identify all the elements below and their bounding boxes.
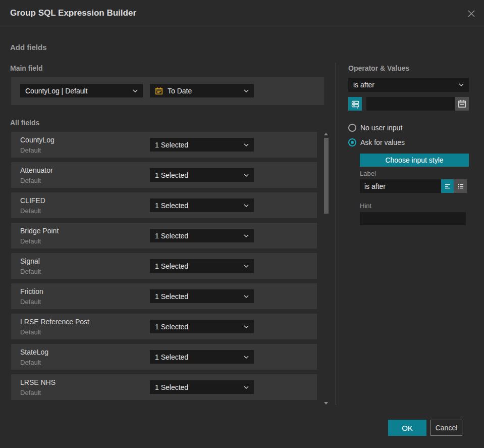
label-caption: Label [360, 170, 376, 177]
chevron-down-icon [244, 265, 249, 268]
field-subtitle: Default [20, 328, 41, 336]
field-name: LRSE Reference Post [20, 318, 89, 326]
align-left-input-style-button[interactable] [441, 179, 454, 193]
operator-values-heading: Operator & Values [348, 64, 409, 72]
group-sql-expression-builder-dialog: Group SQL Expression Builder Add fields … [0, 0, 484, 448]
field-selection-dropdown[interactable]: 1 Selected [150, 198, 254, 212]
radio-circle-icon [348, 138, 356, 146]
field-selection-dropdown[interactable]: 1 Selected [150, 380, 254, 394]
field-row: Bridge Point Default 1 Selected [11, 223, 317, 248]
field-row: Signal Default 1 Selected [11, 253, 317, 279]
main-field-heading: Main field [10, 64, 43, 72]
radio-label: Ask for values [360, 138, 405, 146]
field-selection-dropdown[interactable]: 1 Selected [150, 229, 254, 242]
unique-values-button[interactable] [348, 97, 362, 111]
field-name: Attenuator [20, 166, 53, 174]
radio-circle-icon [348, 124, 356, 132]
hint-caption: Hint [360, 202, 371, 210]
field-selection-value: 1 Selected [155, 353, 244, 361]
main-field-date-value: To Date [168, 87, 244, 95]
field-selection-dropdown[interactable]: 1 Selected [150, 350, 254, 364]
field-selection-dropdown[interactable]: 1 Selected [150, 320, 254, 333]
calendar-icon [458, 99, 466, 108]
chevron-down-icon [133, 89, 138, 92]
chevron-down-icon [244, 174, 249, 177]
align-left-input-style-icon [444, 182, 452, 190]
chevron-down-icon [244, 295, 249, 298]
main-field-select[interactable]: CountyLog | Default [20, 84, 143, 97]
ok-button[interactable]: OK [388, 420, 426, 436]
main-field-panel: CountyLog | Default To Date [11, 77, 324, 105]
field-row: LRSE NHS Default 1 Selected [11, 374, 317, 400]
field-subtitle: Default [20, 298, 41, 306]
fields-scrollbar[interactable] [324, 132, 329, 406]
cancel-button[interactable]: Cancel [431, 420, 462, 436]
close-icon[interactable] [466, 8, 477, 19]
main-field-date-select[interactable]: To Date [150, 84, 254, 97]
vertical-divider [336, 63, 336, 405]
field-subtitle: Default [20, 146, 41, 154]
add-fields-heading: Add fields [10, 43, 47, 52]
scroll-down-arrow-icon[interactable] [324, 402, 328, 405]
field-selection-dropdown[interactable]: 1 Selected [150, 138, 254, 152]
field-selection-value: 1 Selected [155, 202, 244, 210]
operator-select-value: is after [353, 81, 459, 89]
list-input-style-button[interactable] [454, 179, 467, 193]
field-selection-value: 1 Selected [155, 232, 244, 240]
field-name: CLIFED [20, 196, 45, 205]
chevron-down-icon [244, 325, 249, 328]
all-fields-heading: All fields [10, 119, 39, 127]
field-subtitle: Default [20, 359, 41, 366]
chevron-down-icon [244, 386, 249, 389]
field-name: CountyLog [20, 136, 55, 144]
all-fields-list: CountyLog Default 1 Selected Attenuator … [11, 132, 317, 405]
chevron-down-icon [244, 204, 249, 207]
list-input-style-icon [457, 182, 465, 190]
field-subtitle: Default [20, 177, 41, 184]
field-selection-value: 1 Selected [155, 292, 244, 301]
field-name: Friction [20, 287, 43, 295]
field-selection-dropdown[interactable]: 1 Selected [150, 168, 254, 182]
radio-ask-for-values[interactable]: Ask for values [348, 138, 405, 146]
value-input[interactable] [366, 97, 455, 111]
chevron-down-icon [244, 89, 249, 92]
field-row: CountyLog Default 1 Selected [11, 132, 317, 158]
field-row: LRSE Reference Post Default 1 Selected [11, 314, 317, 339]
dialog-header: Group SQL Expression Builder [0, 0, 484, 26]
field-row: CLIFED Default 1 Selected [11, 192, 317, 218]
dialog-title: Group SQL Expression Builder [10, 0, 136, 26]
field-subtitle: Default [20, 268, 41, 275]
field-subtitle: Default [20, 237, 41, 245]
field-selection-value: 1 Selected [155, 383, 244, 391]
field-selection-dropdown[interactable]: 1 Selected [150, 289, 254, 303]
field-row: Friction Default 1 Selected [11, 283, 317, 309]
radio-no-user-input[interactable]: No user input [348, 124, 402, 132]
scrollbar-thumb[interactable] [324, 138, 329, 214]
calendar-icon [155, 87, 163, 95]
field-selection-value: 1 Selected [155, 141, 244, 149]
radio-label: No user input [360, 124, 402, 132]
hint-input[interactable] [360, 212, 466, 225]
field-name: LRSE NHS [20, 378, 56, 386]
scroll-up-arrow-icon[interactable] [324, 133, 328, 135]
chevron-down-icon [244, 356, 249, 359]
choose-input-style-button[interactable]: Choose input style [360, 154, 469, 167]
field-name: Bridge Point [20, 227, 59, 235]
calendar-button[interactable] [455, 97, 469, 111]
field-selection-value: 1 Selected [155, 323, 244, 331]
operator-select[interactable]: is after [348, 78, 469, 92]
chevron-down-icon [244, 143, 249, 146]
field-selection-value: 1 Selected [155, 262, 244, 270]
field-subtitle: Default [20, 389, 41, 396]
main-field-select-value: CountyLog | Default [25, 87, 133, 95]
label-input[interactable] [360, 179, 441, 193]
field-row: StateLog Default 1 Selected [11, 344, 317, 370]
chevron-down-icon [244, 234, 249, 237]
field-subtitle: Default [20, 207, 41, 215]
field-name: Signal [20, 257, 40, 265]
chevron-down-icon [459, 83, 464, 86]
unique-values-icon [351, 99, 360, 109]
field-name: StateLog [20, 348, 48, 356]
field-row: Attenuator Default 1 Selected [11, 162, 317, 188]
field-selection-dropdown[interactable]: 1 Selected [150, 259, 254, 273]
